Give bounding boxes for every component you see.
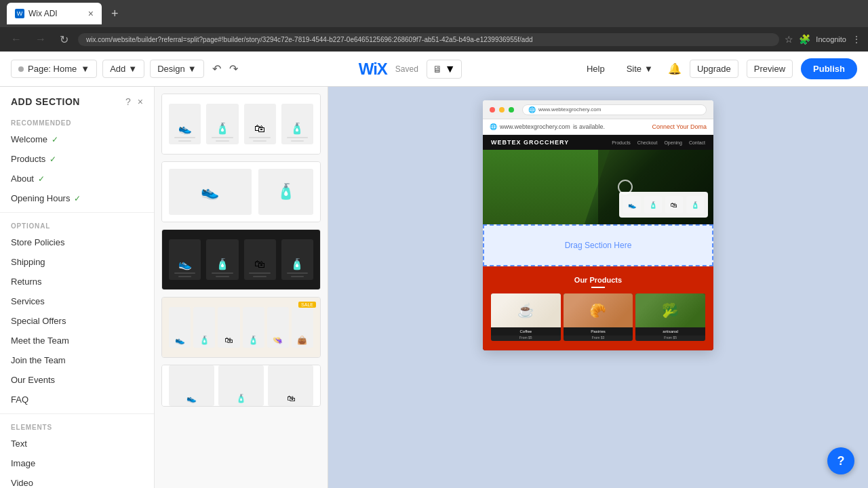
browser-bar: W Wix ADI × + [0,0,868,27]
help-button[interactable]: Help [580,60,612,77]
tpl-accent-item-5: 👒 [267,307,289,348]
bottle-dark-icon: 🧴 [216,258,229,270]
tpl-dark-line-short [253,276,267,277]
grocery-nav-links: Products Checkout Opening Contact [612,140,705,145]
dot-green [509,107,514,113]
toolbar-right: Help Site ▼ 🔔 Upgrade Preview Publish [580,58,857,79]
product-card-veggie[interactable]: 🥦 artisanal From $5 [635,293,705,341]
tpl-line [287,137,308,138]
elements-label: ELEMENTS [0,418,154,434]
device-selector[interactable]: 🖥 ▼ [427,60,462,79]
extensions-icon[interactable]: 🧩 [799,34,810,45]
wix-logo: WiX [359,60,387,79]
sidebar-item-join-the-team[interactable]: Join the Team [0,350,154,370]
menu-icon[interactable]: ⋮ [852,34,861,45]
page-selector[interactable]: Page: Home ▼ [11,60,97,78]
bookmark-icon[interactable]: ☆ [785,34,793,45]
divider-1 [0,212,154,213]
site-button[interactable]: Site ▼ [620,60,660,77]
drag-section-placeholder[interactable]: Drag Section Here [483,224,713,266]
sidebar-item-shipping[interactable]: Shipping [0,252,154,272]
veggie-image: 🥦 [635,293,705,327]
notifications-button[interactable]: 🔔 [668,62,682,75]
sidebar-item-faq[interactable]: FAQ [0,390,154,409]
nav-link-opening[interactable]: Opening [664,140,682,145]
browser-tab[interactable]: W Wix ADI × [7,3,102,24]
shoe-icon: 👟 [178,122,192,135]
sidebar-item-products[interactable]: Products ✓ [0,149,154,169]
dot-yellow [499,107,505,113]
undo-redo-buttons: ↶ ↷ [210,61,241,77]
template-card-5[interactable]: 👟 🧴 🛍 [161,365,321,407]
coffee-price: From $5 [491,336,561,341]
desktop-icon: 🖥 [433,64,442,75]
help-icon[interactable]: ? [125,96,131,107]
wix-favicon: W [15,9,24,18]
product-card-coffee[interactable]: ☕ Coffee From $5 [491,293,561,341]
sidebar-item-image[interactable]: Image [0,453,154,473]
close-panel-button[interactable]: × [138,96,143,107]
forward-button[interactable]: → [31,32,50,47]
tpl-item-2: 🧴 [206,104,238,144]
sidebar-item-opening-hours[interactable]: Opening Hours ✓ [0,188,154,208]
nav-link-contact[interactable]: Contact [689,140,705,145]
close-tab-button[interactable]: × [88,8,94,19]
tpl-dark-line [174,272,195,274]
back-button[interactable]: ← [7,32,26,47]
optional-label: OPTIONAL [0,217,154,232]
product-card-pastries[interactable]: 🥐 Pastries From $3 [564,293,633,341]
address-bar[interactable]: wix.com/website/builder?referral=split?p… [78,33,779,46]
sidebar-item-video[interactable]: Video [0,473,154,488]
domain-notice-left: 🌐 www.webtexgrochery.com is available. [490,123,605,130]
product-mini-1: 👟 [623,196,641,214]
help-float-button[interactable]: ? [827,447,854,474]
grocery-hero: 👟 🧴 🛍 🧴 [483,150,713,224]
sidebar-item-meet-the-team[interactable]: Meet the Team [0,331,154,350]
grocery-nav: WEBTEX GROCCHERY Products Checkout Openi… [483,135,713,150]
tab-title: Wix ADI [28,9,58,18]
template-preview-2: 👟 🧴 [162,162,320,222]
panel-title: ADD SECTION [11,96,80,107]
nav-link-products[interactable]: Products [612,140,631,145]
preview-button[interactable]: Preview [747,60,793,78]
url-text: wix.com/website/builder?referral=split?p… [86,36,533,43]
add-button[interactable]: Add ▼ [102,60,144,78]
drag-section-text: Drag Section Here [565,241,632,250]
sidebar-item-our-events[interactable]: Our Events [0,370,154,390]
add-chevron-icon: ▼ [128,64,137,74]
redo-button[interactable]: ↷ [226,61,241,77]
sidebar-item-text[interactable]: Text [0,434,154,453]
sidebar-item-store-policies[interactable]: Store Policies [0,232,154,252]
device-chevron-icon: ▼ [445,63,456,75]
nav-link-checkout[interactable]: Checkout [637,140,658,145]
undo-button[interactable]: ↶ [210,61,224,77]
design-button[interactable]: Design ▼ [150,60,203,78]
tpl-dark-line-short [216,276,229,277]
connect-domain-link[interactable]: Connect Your Doma [652,123,707,130]
veggie-price: From $5 [635,336,705,341]
sidebar-item-special-offers[interactable]: Special Offers [0,311,154,331]
template-card-2[interactable]: 👟 🧴 [161,161,321,222]
tpl-dark-item-3: 🛍 [244,239,276,280]
publish-button[interactable]: Publish [801,58,857,79]
new-tab-button[interactable]: + [107,5,123,22]
site-browser-bar: 🌐 www.webtexgrochery.com [483,100,713,119]
template-card-3[interactable]: 👟 🧴 🛍 🧴 [161,229,321,290]
divider-2 [0,413,154,414]
tpl-bot-item-2: 🧴 [218,365,264,406]
upgrade-button[interactable]: Upgrade [690,60,738,78]
template-card-1[interactable]: 👟 🧴 🛍 🧴 [161,94,321,155]
product-mini-3: 🛍 [665,196,683,214]
coffee-image: ☕ [491,293,561,327]
sidebar-item-welcome[interactable]: Welcome ✓ [0,129,154,149]
sidebar-item-about[interactable]: About ✓ [0,169,154,188]
sidebar-item-returns[interactable]: Returns [0,272,154,291]
template-card-4[interactable]: SALE 👟 🧴 🛍 🧴 👒 👜 [161,297,321,358]
pastry-label: Pastries [564,327,633,336]
grocery-site: WEBTEX GROCCHERY Products Checkout Openi… [483,135,713,350]
site-globe-icon: 🌐 [528,106,536,113]
tpl-line-short [178,140,192,142]
hanger-icon: 🧴 [290,122,304,135]
refresh-button[interactable]: ↻ [56,32,73,47]
sidebar-item-services[interactable]: Services [0,291,154,311]
